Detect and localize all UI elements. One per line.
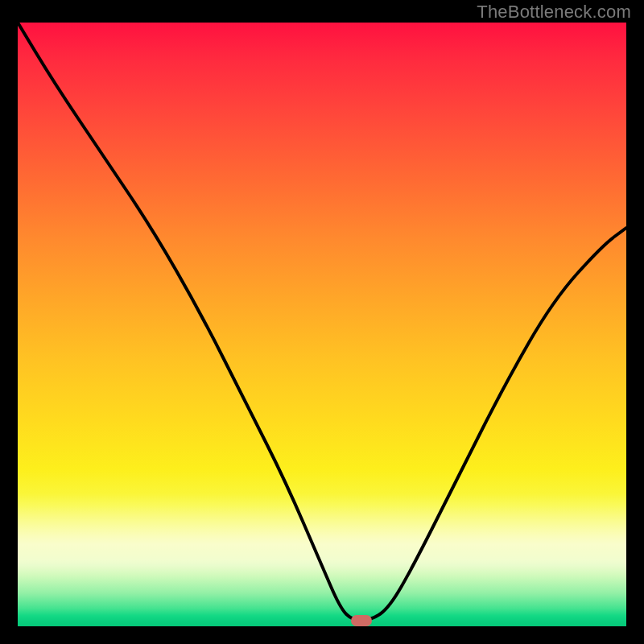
curve-path xyxy=(18,23,626,621)
watermark-text: TheBottleneck.com xyxy=(477,2,631,23)
plot-area xyxy=(18,23,626,626)
chart-frame: TheBottleneck.com xyxy=(0,0,644,644)
optimum-marker xyxy=(351,615,372,626)
bottleneck-curve xyxy=(18,23,626,626)
